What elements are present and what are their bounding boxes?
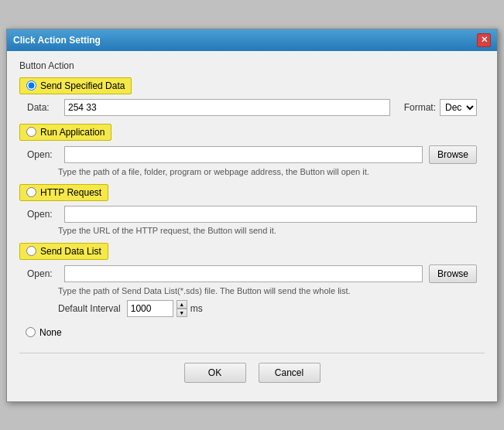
footer: OK Cancel (19, 353, 485, 392)
send-data-list-content: Open: Browse Type the path of Send Data … (19, 264, 485, 317)
data-input[interactable] (64, 99, 390, 116)
none-radio[interactable] (26, 327, 36, 337)
send-specified-data-radio[interactable] (26, 80, 36, 90)
ok-button[interactable]: OK (184, 363, 246, 383)
section-run-application: Run Application Open: Browse Type the pa… (19, 124, 485, 176)
interval-down-button[interactable]: ▼ (177, 309, 187, 317)
run-app-input[interactable] (64, 146, 423, 163)
button-action-label: Button Action (19, 60, 485, 71)
run-application-option[interactable]: Run Application (19, 124, 111, 141)
run-app-field-row: Open: Browse (27, 145, 477, 164)
sdl-open-label: Open: (27, 268, 58, 279)
ms-label: ms (190, 303, 203, 314)
section-send-data-list: Send Data List Open: Browse Type the pat… (19, 243, 485, 317)
data-label: Data: (27, 102, 58, 113)
title-bar: Click Action Setting ✕ (7, 29, 497, 51)
run-app-hint: Type the path of a file, folder, program… (58, 167, 477, 176)
sdl-input[interactable] (64, 265, 423, 282)
http-request-option[interactable]: HTTP Request (19, 184, 108, 201)
interval-input[interactable] (127, 300, 173, 317)
data-field-row: Data: Format: Dec Hex Bin (27, 99, 477, 116)
send-data-list-option[interactable]: Send Data List (19, 243, 108, 260)
sdl-browse-button[interactable]: Browse (429, 264, 477, 283)
none-label: None (39, 327, 62, 338)
dialog-title: Click Action Setting (13, 35, 101, 46)
send-data-list-radio[interactable] (26, 246, 36, 256)
http-open-label: Open: (27, 209, 58, 220)
none-option[interactable]: None (19, 325, 68, 340)
dialog-body: Button Action Send Specified Data Data: … (7, 51, 497, 401)
run-application-label: Run Application (40, 127, 105, 138)
format-row: Format: Dec Hex Bin (404, 99, 477, 116)
http-field-row: Open: (27, 206, 477, 223)
run-application-content: Open: Browse Type the path of a file, fo… (19, 145, 485, 176)
send-specified-data-option[interactable]: Send Specified Data (19, 77, 132, 94)
run-app-browse-button[interactable]: Browse (429, 145, 477, 164)
dialog-window: Click Action Setting ✕ Button Action Sen… (6, 29, 498, 402)
format-label: Format: (404, 102, 436, 113)
http-request-label: HTTP Request (40, 187, 101, 198)
section-http-request: HTTP Request Open: Type the URL of the H… (19, 184, 485, 235)
run-app-open-label: Open: (27, 149, 58, 160)
http-request-content: Open: Type the URL of the HTTP request, … (19, 206, 485, 235)
sdl-field-row: Open: Browse (27, 264, 477, 283)
section-send-specified-data: Send Specified Data Data: Format: Dec He… (19, 77, 485, 116)
sdl-hint: Type the path of Send Data List(*.sds) f… (58, 286, 477, 295)
interval-label: Default Interval (58, 303, 121, 314)
interval-row: Default Interval ▲ ▼ ms (58, 300, 477, 317)
send-specified-data-content: Data: Format: Dec Hex Bin (19, 99, 485, 116)
close-button[interactable]: ✕ (477, 33, 491, 47)
send-data-list-label: Send Data List (40, 246, 101, 257)
send-specified-data-label: Send Specified Data (40, 80, 125, 91)
interval-stepper[interactable]: ▲ ▼ (177, 300, 187, 317)
format-select[interactable]: Dec Hex Bin (440, 99, 477, 116)
http-input[interactable] (64, 206, 477, 223)
http-hint: Type the URL of the HTTP request, the Bu… (58, 226, 477, 235)
cancel-button[interactable]: Cancel (259, 363, 321, 383)
section-none: None (19, 325, 485, 345)
http-request-radio[interactable] (26, 187, 36, 197)
interval-up-button[interactable]: ▲ (177, 300, 187, 309)
run-application-radio[interactable] (26, 127, 36, 137)
